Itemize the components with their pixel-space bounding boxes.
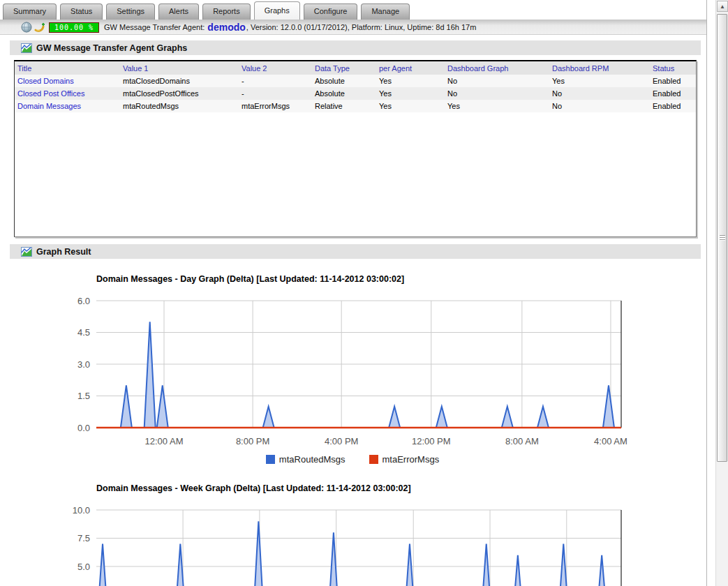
column-header[interactable]: Dashboard RPM — [549, 64, 650, 73]
column-header[interactable]: Title — [15, 64, 120, 73]
tab-status[interactable]: Status — [60, 3, 103, 20]
table-row: Closed Post OfficesmtaClosedPostOffices-… — [15, 87, 696, 100]
y-tick-label: 3.0 — [77, 359, 90, 370]
table-cell: Yes — [376, 102, 445, 110]
chart-plot: 0.02.55.07.510.0 — [63, 502, 642, 586]
x-tick-label: 8:00 AM — [505, 436, 539, 446]
table-cell: No — [445, 77, 549, 85]
y-tick-label: 6.0 — [77, 296, 90, 306]
x-tick-label: 12:00 PM — [412, 436, 451, 446]
chart-title: Domain Messages - Week Graph (Delta) [La… — [63, 480, 642, 502]
table-cell: Yes — [376, 89, 445, 98]
scrollbar-thumb[interactable] — [717, 14, 727, 462]
chart-legend: mtaRoutedMsgsmtaErrorMsgs — [63, 454, 642, 465]
chart-icon — [21, 246, 32, 257]
tab-settings[interactable]: Settings — [106, 3, 155, 20]
graph-title-link[interactable]: Closed Post Offices — [15, 89, 120, 98]
table-row: Closed DomainsmtaClosedDomains-AbsoluteY… — [15, 75, 696, 87]
y-tick-label: 7.5 — [77, 533, 90, 543]
table-cell: Yes — [549, 77, 650, 85]
add-monitor-horn-icon[interactable] — [34, 22, 45, 33]
column-header[interactable]: Status — [650, 64, 696, 73]
table-cell: mtaClosedPostOffices — [120, 89, 239, 98]
table-cell: Absolute — [312, 89, 376, 98]
table-cell: Absolute — [312, 77, 376, 85]
table-cell: - — [239, 77, 312, 85]
x-tick-label: 8:00 PM — [236, 436, 269, 446]
agent-label: GW Message Transfer Agent: — [104, 23, 207, 31]
legend-swatch-icon — [369, 455, 378, 464]
content-area: SummaryStatusSettingsAlertsReportsGraphs… — [0, 0, 707, 586]
graph-title-link[interactable]: Closed Domains — [15, 77, 120, 85]
chart-icon — [21, 43, 32, 54]
gridlines — [96, 510, 621, 586]
chart-week: Domain Messages - Week Graph (Delta) [La… — [63, 480, 642, 586]
column-header[interactable]: per Agent — [376, 64, 445, 73]
page: SummaryStatusSettingsAlertsReportsGraphs… — [0, 0, 728, 586]
graph-title-link[interactable]: Domain Messages — [15, 102, 120, 110]
column-header[interactable]: Value 1 — [120, 64, 239, 73]
x-tick-label: 4:00 AM — [594, 436, 627, 446]
y-tick-label: 4.5 — [77, 327, 90, 338]
table-cell: No — [549, 89, 650, 98]
y-tick-label: 10.0 — [73, 505, 90, 516]
graphs-table: TitleValue 1Value 2Data Typeper AgentDas… — [14, 60, 697, 237]
graph-result-section-header: Graph Result — [10, 244, 701, 259]
table-cell: No — [549, 102, 650, 110]
table-cell: Yes — [376, 77, 445, 85]
chart-day: Domain Messages - Day Graph (Delta) [Las… — [63, 271, 642, 465]
series-mtaRoutedMsgs — [121, 322, 614, 428]
table-cell: Relative — [312, 102, 376, 110]
table-cell: Enabled — [650, 89, 696, 98]
status-bar: 100.00 % GW Message Transfer Agent: demo… — [0, 20, 706, 35]
tab-reports[interactable]: Reports — [202, 3, 251, 20]
table-cell: Enabled — [650, 77, 696, 85]
globe-icon[interactable] — [21, 22, 32, 33]
legend-label: mtaErrorMsgs — [382, 454, 440, 465]
y-tick-label: 0.0 — [77, 423, 90, 433]
tab-configure[interactable]: Configure — [304, 3, 358, 20]
agent-graphs-section-header: GW Message Transfer Agent Graphs — [10, 40, 701, 55]
agent-info-line: GW Message Transfer Agent: demodo, Versi… — [104, 20, 476, 35]
table-cell: Enabled — [650, 102, 696, 110]
legend-item: mtaErrorMsgs — [369, 454, 440, 465]
table-row: Domain MessagesmtaRoutedMsgsmtaErrorMsgs… — [15, 100, 696, 112]
health-percentage-badge: 100.00 % — [49, 22, 99, 33]
x-tick-label: 4:00 PM — [325, 436, 358, 446]
table-cell: mtaErrorMsgs — [239, 102, 312, 110]
section-title: Graph Result — [36, 247, 91, 257]
column-header[interactable]: Value 2 — [239, 64, 312, 73]
series-mtaRoutedMsgs — [97, 521, 607, 586]
table-cell: mtaClosedDomains — [120, 77, 239, 85]
tab-graphs[interactable]: Graphs — [254, 1, 300, 20]
table-cell: Yes — [445, 102, 549, 110]
tab-alerts[interactable]: Alerts — [158, 3, 199, 20]
table-cell: No — [445, 89, 549, 98]
chart-title: Domain Messages - Day Graph (Delta) [Las… — [63, 271, 642, 293]
legend-swatch-icon — [266, 455, 275, 464]
y-tick-label: 1.5 — [77, 391, 90, 401]
table-cell: - — [239, 89, 312, 98]
scroll-up-button[interactable]: ▲ — [717, 1, 728, 12]
agent-name-link[interactable]: demodo — [207, 22, 245, 33]
table-header-row: TitleValue 1Value 2Data Typeper AgentDas… — [15, 61, 696, 75]
chart-plot: 0.01.53.04.56.012:00 AM8:00 PM4:00 PM12:… — [63, 293, 642, 451]
y-tick-label: 5.0 — [77, 562, 90, 572]
tab-summary[interactable]: Summary — [3, 3, 57, 20]
x-tick-label: 12:00 AM — [145, 436, 184, 446]
section-title: GW Message Transfer Agent Graphs — [36, 43, 187, 53]
tab-bar: SummaryStatusSettingsAlertsReportsGraphs… — [0, 0, 706, 20]
column-header[interactable]: Data Type — [312, 64, 376, 73]
table-cell: mtaRoutedMsgs — [120, 102, 239, 110]
legend-item: mtaRoutedMsgs — [266, 454, 346, 465]
scrollbar-grip-icon — [720, 235, 725, 241]
legend-label: mtaRoutedMsgs — [279, 454, 346, 465]
agent-details: , Version: 12.0.0 (01/17/2012), Platform… — [246, 23, 477, 31]
vertical-scrollbar[interactable]: ▲ — [715, 0, 728, 586]
tab-manage[interactable]: Manage — [361, 3, 410, 20]
column-header[interactable]: Dashboard Graph — [445, 64, 549, 73]
